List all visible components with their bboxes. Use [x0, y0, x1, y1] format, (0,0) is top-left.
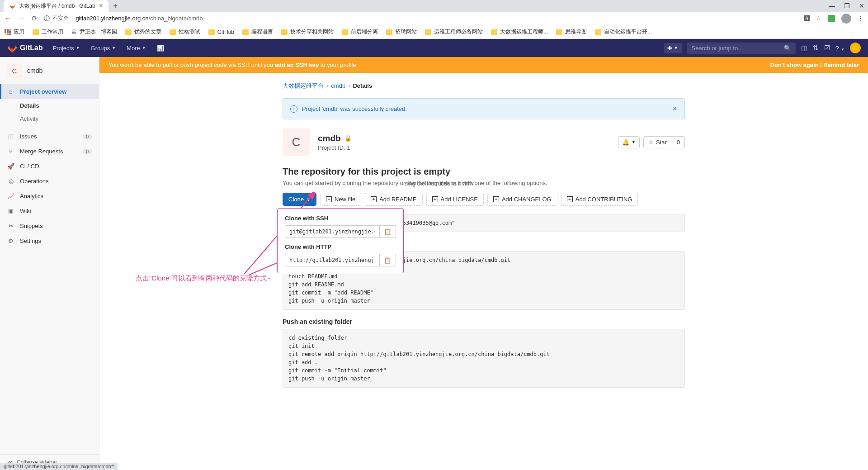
copy-ssh-button[interactable]: 📋: [380, 225, 396, 238]
bookmark-item[interactable]: GitHub: [208, 29, 234, 35]
nav-activity-icon[interactable]: 📊: [152, 42, 169, 54]
add-contributing-button[interactable]: +Add CONTRIBUTING: [561, 193, 638, 206]
sidebar-item-operations[interactable]: ◎Operations: [0, 174, 99, 189]
main-content: You won't be able to pull or push projec…: [99, 57, 868, 470]
sidebar-item-analytics[interactable]: 📈Analytics: [0, 189, 99, 204]
bookmark-item[interactable]: 性格测试: [170, 28, 200, 36]
bookmark-item[interactable]: 大数据运维工程师...: [491, 28, 548, 36]
sidebar-sub-activity[interactable]: Activity: [0, 112, 99, 125]
project-id: Project ID: 1: [318, 144, 352, 151]
home-icon: ⌂: [7, 88, 14, 95]
book-icon: ▣: [7, 208, 14, 214]
bookmark-item[interactable]: 自动化运维平台开...: [595, 28, 652, 36]
sidebar-item-settings[interactable]: ⚙Settings: [0, 233, 99, 248]
user-avatar[interactable]: [850, 43, 861, 53]
help-icon[interactable]: ? ▼: [835, 44, 844, 52]
close-icon[interactable]: ✕: [859, 2, 864, 9]
bookmark-item[interactable]: 前后端分离: [342, 28, 378, 36]
window-controls: — ❐ ✕: [829, 2, 864, 9]
security-info-icon[interactable]: ⓘ: [44, 14, 50, 23]
bookmark-item[interactable]: 🏛尹正杰 - 博客园: [71, 28, 117, 36]
browser-tab-strip: 大数据运维平台 / cmdb · GitLab × + — ❐ ✕: [0, 0, 868, 12]
gitlab-header: GitLab Projects▼ Groups▼ More▼ 📊 ✚ ▼ 🔍 ◫…: [0, 39, 868, 57]
browser-tab[interactable]: 大数据运维平台 / cmdb · GitLab ×: [4, 0, 108, 12]
nav-groups[interactable]: Groups▼: [86, 42, 121, 54]
bookmark-item[interactable]: 思维导图: [556, 28, 587, 36]
notification-button[interactable]: 🔔 ▼: [618, 136, 640, 148]
rocket-icon: 🚀: [7, 163, 14, 170]
bookmark-item[interactable]: 运维工程师必备网站: [425, 28, 483, 36]
star-button[interactable]: ☆ Star0: [643, 136, 685, 148]
nav-projects[interactable]: Projects▼: [48, 42, 85, 54]
bookmark-star-icon[interactable]: ☆: [816, 15, 821, 22]
sidebar-item-cicd[interactable]: 🚀CI / CD: [0, 159, 99, 174]
sidebar-item-snippets[interactable]: ✂Snippets: [0, 218, 99, 233]
new-dropdown[interactable]: ✚ ▼: [664, 43, 682, 53]
apps-button[interactable]: 应用: [5, 28, 24, 36]
gear-icon: ⚙: [7, 237, 14, 244]
extension-icon[interactable]: [828, 15, 835, 22]
minimize-icon[interactable]: —: [829, 2, 835, 9]
gitlab-logo[interactable]: GitLab: [7, 43, 43, 53]
sidebar-item-wiki[interactable]: ▣Wiki: [0, 204, 99, 218]
sidebar-item-issues[interactable]: ◫Issues0: [0, 129, 99, 144]
merge-request-icon[interactable]: ⇅: [813, 44, 819, 52]
remind-later-link[interactable]: Remind later: [823, 62, 859, 68]
tab-close-icon[interactable]: ×: [99, 2, 103, 10]
breadcrumb: 大数据运维平台›cmdb›Details: [283, 77, 685, 98]
menu-icon[interactable]: ⋮: [858, 15, 863, 22]
sidebar-item-overview[interactable]: ⌂Project overview: [0, 84, 99, 99]
clone-http-input[interactable]: [285, 254, 380, 266]
breadcrumb-root[interactable]: 大数据运维平台: [283, 82, 324, 89]
dont-show-again-link[interactable]: Don't show again: [770, 62, 819, 68]
search-input[interactable]: [692, 45, 784, 52]
todo-icon[interactable]: ☑: [824, 44, 830, 52]
clone-ssh-label: Clone with SSH: [285, 215, 396, 222]
push-folder-code: cd existing_folder git init git remote a…: [283, 329, 685, 388]
bell-icon: 🔔: [622, 139, 629, 146]
gitlab-favicon: [9, 3, 15, 9]
ssh-key-banner: You won't be able to pull or push projec…: [99, 57, 868, 73]
new-file-button[interactable]: +New file: [320, 193, 361, 206]
nav-more[interactable]: More▼: [122, 42, 151, 54]
search-icon: 🔍: [784, 45, 791, 52]
add-license-button[interactable]: +Add LICENSE: [426, 193, 484, 206]
action-buttons-row: Clone ▼ +New file +Add README +Add LICEN…: [283, 193, 685, 206]
copy-http-button[interactable]: 📋: [380, 254, 396, 266]
forward-icon[interactable]: →: [18, 14, 25, 23]
profile-avatar[interactable]: [841, 14, 851, 24]
add-readme-button[interactable]: +Add README: [365, 193, 422, 206]
success-alert: i Project 'cmdb' was successfully create…: [283, 98, 685, 119]
sidebar-sub-details[interactable]: Details: [0, 99, 99, 112]
maximize-icon[interactable]: ❐: [844, 2, 850, 9]
bookmark-item[interactable]: 招聘网站: [386, 28, 417, 36]
bookmark-item[interactable]: 优秀的文章: [125, 28, 161, 36]
search-box[interactable]: 🔍: [687, 43, 796, 54]
clipboard-icon: 📋: [384, 257, 392, 264]
scissors-icon: ✂: [7, 223, 14, 229]
browser-status-bar: gitlab201.yinzhengjie.org.cn/china_bigda…: [0, 463, 118, 470]
info-icon: i: [290, 105, 297, 113]
issues-icon: ◫: [7, 133, 14, 140]
add-changelog-button[interactable]: +Add CHANGELOG: [487, 193, 557, 206]
clone-ssh-input[interactable]: [285, 225, 380, 238]
reload-icon[interactable]: ⟳: [32, 14, 38, 23]
project-avatar: C: [283, 128, 310, 156]
alert-close-icon[interactable]: ×: [672, 104, 677, 114]
project-title: cmdb🔒: [318, 133, 352, 143]
translate-icon[interactable]: 🅰: [804, 15, 810, 22]
clone-button[interactable]: Clone ▼: [283, 193, 316, 206]
address-bar: ← → ⟳ ⓘ 不安全 | gitlab201.yinzhengjie.org.…: [0, 12, 868, 25]
sidebar-project-header[interactable]: C cmdb: [0, 57, 99, 84]
add-ssh-key-link[interactable]: add an SSH key: [275, 62, 319, 68]
new-tab-button[interactable]: +: [113, 1, 118, 11]
bookmark-item[interactable]: 技术分享相关网站: [281, 28, 334, 36]
bookmark-item[interactable]: 工作常用: [33, 28, 63, 36]
issues-icon[interactable]: ◫: [801, 44, 807, 52]
back-icon[interactable]: ←: [5, 14, 12, 23]
bookmark-item[interactable]: 编程语言: [242, 28, 273, 36]
url-field[interactable]: ⓘ 不安全 | gitlab201.yinzhengjie.org.cn/chi…: [44, 14, 797, 23]
clone-popover: Clone with SSH 📋 Clone with HTTP 📋: [277, 208, 404, 273]
breadcrumb-project[interactable]: cmdb: [331, 82, 345, 89]
sidebar-item-merge-requests[interactable]: ⑂Merge Requests0: [0, 144, 99, 159]
